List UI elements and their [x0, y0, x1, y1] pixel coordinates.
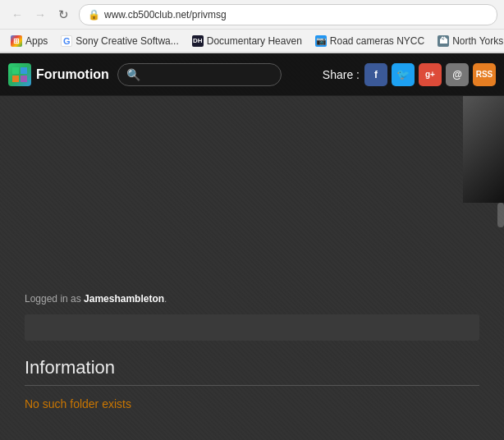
url-text: www.cb500club.net/privmsg — [104, 9, 488, 21]
road-icon: 📷 — [315, 35, 327, 47]
svg-rect-0 — [12, 67, 19, 74]
email-share-button[interactable]: @ — [446, 63, 469, 86]
address-bar[interactable]: 🔒 www.cb500club.net/privmsg — [79, 4, 497, 25]
share-section: Share : f 🐦 g+ @ RSS — [323, 63, 496, 86]
forum-header: Forumotion 🔍 Share : f 🐦 g+ @ RSS — [0, 53, 504, 96]
apps-icon: ⊞ — [11, 35, 22, 47]
rss-share-button[interactable]: RSS — [473, 63, 496, 86]
bookmark-dh-label: Documentary Heaven — [207, 35, 302, 47]
search-icon: 🔍 — [126, 68, 140, 81]
nav-bar: ← → ↻ 🔒 www.cb500club.net/privmsg — [0, 0, 504, 30]
forum-logo: Forumotion — [8, 63, 109, 86]
page-content: Forumotion 🔍 Share : f 🐦 g+ @ RSS Logged… — [0, 53, 504, 440]
search-box[interactable]: 🔍 — [117, 63, 282, 86]
logged-in-text: Logged in as Jameshambleton. — [25, 293, 479, 305]
google-icon: G — [61, 35, 72, 47]
svg-rect-3 — [21, 76, 27, 82]
bookmark-sony[interactable]: G Sony Creative Softwa... — [55, 34, 184, 48]
bookmark-road-label: Road cameras NYCC — [330, 35, 424, 47]
error-message: No such folder exists — [25, 397, 479, 410]
bookmark-dh[interactable]: DH Documentary Heaven — [186, 34, 308, 48]
forward-button[interactable]: → — [30, 4, 51, 25]
share-icons: f 🐦 g+ @ RSS — [364, 63, 496, 86]
forum-logo-text: Forumotion — [36, 67, 109, 82]
nav-buttons: ← → ↻ — [7, 4, 74, 25]
twitter-share-button[interactable]: 🐦 — [392, 63, 415, 86]
lock-icon: 🔒 — [88, 9, 100, 21]
googleplus-share-button[interactable]: g+ — [419, 63, 442, 86]
dh-icon: DH — [192, 35, 204, 47]
bookmark-road[interactable]: 📷 Road cameras NYCC — [309, 34, 430, 48]
bookmark-north[interactable]: 🏔 North Yorkshire — [432, 34, 504, 48]
username: Jameshambleton — [84, 293, 164, 305]
back-button[interactable]: ← — [7, 4, 28, 25]
svg-rect-1 — [21, 67, 27, 74]
bookmark-north-label: North Yorkshire — [452, 35, 504, 47]
bookmark-apps[interactable]: ⊞ Apps — [5, 34, 53, 48]
main-content: Logged in as Jameshambleton. Information… — [0, 96, 504, 440]
north-icon: 🏔 — [438, 35, 449, 47]
browser-chrome: ← → ↻ 🔒 www.cb500club.net/privmsg ⊞ Apps… — [0, 0, 504, 53]
logged-in-suffix: . — [164, 293, 167, 305]
bookmark-apps-label: Apps — [25, 35, 48, 47]
refresh-button[interactable]: ↻ — [53, 4, 74, 25]
bookmarks-bar: ⊞ Apps G Sony Creative Softwa... DH Docu… — [0, 30, 504, 53]
bookmark-sony-label: Sony Creative Softwa... — [76, 35, 178, 47]
forumotion-icon — [8, 63, 31, 86]
facebook-share-button[interactable]: f — [364, 63, 387, 86]
info-section: Information No such folder exists — [25, 357, 479, 410]
logged-in-prefix: Logged in as — [25, 293, 84, 305]
svg-rect-2 — [12, 76, 19, 82]
info-title: Information — [25, 357, 479, 386]
nav-strip — [25, 314, 479, 341]
share-label: Share : — [323, 68, 360, 81]
